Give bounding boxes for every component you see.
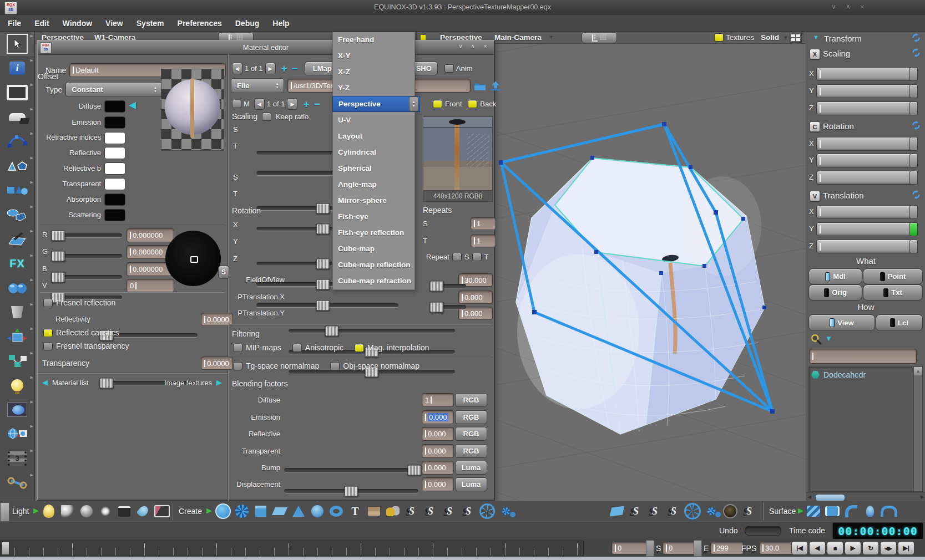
translation-x-side-button[interactable]	[909, 205, 918, 219]
tool-primitives[interactable]: ▶	[0, 178, 34, 202]
what-point-button[interactable]: Point	[863, 268, 923, 284]
create-group-arrow-icon[interactable]: ▶	[206, 506, 212, 515]
rotation-y-side-button[interactable]	[909, 154, 918, 167]
blend-diffuse-field[interactable]: 1	[422, 393, 454, 407]
surface-spray-icon[interactable]	[861, 503, 879, 520]
menu-item-y-z[interactable]: Y-Z	[332, 80, 414, 96]
timeline-playhead[interactable]	[2, 542, 9, 555]
blend-emission-slider[interactable]	[284, 489, 418, 493]
tool-animation[interactable]: ▶ 3	[0, 446, 34, 471]
menu-item-layout[interactable]: Layout	[332, 128, 414, 144]
menu-view[interactable]: View	[105, 19, 123, 28]
blend-reflective-mode-button[interactable]: RGB	[455, 427, 487, 441]
channel-emission-swatch[interactable]	[104, 116, 125, 129]
fps-field[interactable]: 30.0	[759, 542, 793, 554]
window-close-icon[interactable]: ×	[860, 3, 865, 11]
create-cube-icon[interactable]	[252, 503, 270, 520]
translation-refresh-icon[interactable]	[912, 190, 921, 199]
open-folder-icon[interactable]	[474, 81, 486, 91]
create-plane-icon[interactable]	[271, 503, 289, 520]
menu-item-perspective-selected[interactable]: Perspective ▲▼	[332, 96, 420, 112]
translation-y-side-button[interactable]	[909, 222, 918, 236]
texture-add-icon[interactable]: +	[281, 66, 287, 72]
blend-reflective-field[interactable]: 0.000	[422, 427, 454, 441]
repeat-t-checkbox[interactable]	[472, 253, 482, 261]
textures-checkbox[interactable]	[714, 33, 724, 42]
scroll-up-icon[interactable]: ▲	[914, 367, 922, 375]
step-back-button[interactable]: ◀	[809, 541, 826, 555]
tool-bucket[interactable]: ▶	[0, 300, 34, 324]
mirror-ball-tool-icon[interactable]	[78, 503, 95, 520]
surface-tunnel-icon[interactable]	[880, 503, 898, 520]
menu-preferences[interactable]: Preferences	[178, 19, 222, 28]
plug-tool-icon[interactable]	[115, 503, 133, 520]
channel-diffuse-swatch[interactable]	[104, 100, 125, 113]
object-search-field[interactable]	[809, 349, 917, 364]
create-cone-icon[interactable]	[290, 503, 307, 520]
rot-z-slider[interactable]	[256, 303, 398, 307]
repeat-s-slider[interactable]	[432, 284, 466, 288]
what-txt-button[interactable]: Txt	[863, 284, 923, 301]
menu-debug[interactable]: Debug	[235, 19, 260, 28]
layer-remove-icon[interactable]: −	[314, 101, 320, 107]
list-scrollbar[interactable]: ▲	[913, 367, 922, 491]
reload-image-icon[interactable]	[489, 81, 502, 91]
viewport-layout-icon[interactable]	[790, 33, 802, 43]
scrollbar-stub[interactable]	[0, 502, 9, 522]
right-viewport-grid-button[interactable]	[582, 32, 617, 43]
blend-bump-mode-button[interactable]: Luma	[455, 461, 487, 475]
create-spheres-icon[interactable]	[384, 503, 402, 520]
tool-light[interactable]: ▶	[0, 373, 34, 398]
fov-slider[interactable]	[289, 329, 455, 333]
tool-transform[interactable]: ▶	[0, 324, 34, 349]
create-gear-icon[interactable]	[233, 503, 251, 520]
image-textures-link[interactable]: Image textures	[164, 379, 212, 387]
end-frame-field[interactable]: 299	[710, 542, 744, 554]
blend-transparent-field[interactable]: 0.000	[422, 444, 454, 458]
what-mdl-button[interactable]: Mdl	[808, 268, 862, 284]
create-brick-icon[interactable]	[365, 503, 383, 520]
tg-space-checkbox[interactable]	[233, 362, 242, 370]
menu-item-fish-eye[interactable]: Fish-eye	[332, 208, 414, 225]
m-checkbox[interactable]	[232, 100, 241, 108]
tool-globe-render[interactable]: ▶	[0, 422, 34, 446]
spotlight-tool-icon[interactable]	[59, 503, 77, 520]
rotation-x-field[interactable]	[816, 137, 912, 151]
anisotropic-checkbox[interactable]	[292, 344, 302, 352]
blend-transparent-mode-button[interactable]: RGB	[455, 444, 487, 458]
translation-z-side-button[interactable]	[909, 240, 918, 253]
menu-help[interactable]: Help	[272, 19, 289, 28]
create-cable-4-icon[interactable]: S	[459, 503, 477, 520]
menu-item-cylindrical[interactable]: Cylindrical	[332, 144, 414, 160]
light-bulb-tool-icon[interactable]	[40, 503, 58, 520]
texture-next-icon[interactable]: ▶	[265, 63, 276, 74]
translation-y-field[interactable]	[816, 222, 912, 236]
window-maximize-icon[interactable]: ∧	[846, 3, 851, 11]
flash-tool-icon[interactable]	[97, 503, 114, 520]
surface-stereo-icon[interactable]	[823, 503, 841, 520]
translation-z-field[interactable]	[816, 240, 912, 253]
menu-item-cube-map-reflection[interactable]: Cube-map reflection	[332, 257, 414, 273]
material-editor-titlebar[interactable]: EQX 3D Material editor ∨ ∧ ×	[38, 41, 494, 55]
repeat-t-slider[interactable]	[432, 305, 466, 309]
timeline-ruler[interactable]	[0, 541, 584, 556]
tool-skeleton[interactable]: ▶	[0, 471, 34, 495]
menu-system[interactable]: System	[137, 19, 164, 28]
material-editor-shade-icon[interactable]: ∨	[458, 43, 463, 50]
blend-emission-mode-button[interactable]: RGB	[455, 410, 487, 424]
obj-space-checkbox[interactable]	[330, 362, 340, 370]
layer-next-icon[interactable]: ▶	[287, 98, 297, 110]
camera-dropdown-icon[interactable]: ▼	[549, 34, 554, 40]
loop-button[interactable]: ↻	[862, 541, 879, 555]
saturation-button[interactable]: S	[218, 266, 229, 279]
diffuse-texture-arrow-icon[interactable]: ◀	[129, 99, 136, 111]
channel-transparent-swatch[interactable]	[104, 178, 125, 190]
material-type-dropdown[interactable]: Constant ▲▼	[65, 82, 162, 97]
repeat-t-field[interactable]: 1	[471, 235, 496, 247]
scaling-refresh-icon[interactable]	[912, 48, 921, 57]
texture-remove-icon[interactable]: −	[292, 66, 298, 72]
mip-maps-checkbox[interactable]	[233, 344, 242, 352]
menu-file[interactable]: File	[8, 19, 21, 28]
blend-diffuse-slider[interactable]	[284, 468, 418, 472]
create-cable-3-icon[interactable]: S	[441, 503, 458, 520]
